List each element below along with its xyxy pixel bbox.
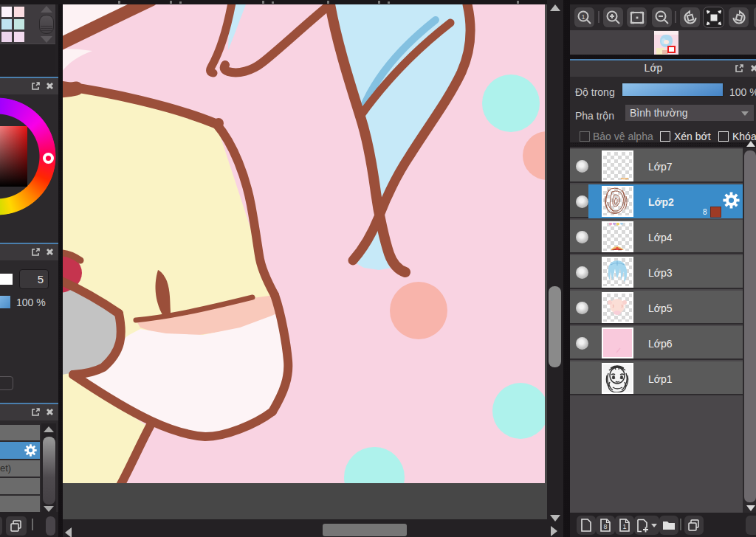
svg-text:8: 8 — [603, 523, 607, 530]
svg-text:1: 1 — [581, 13, 585, 20]
svg-text:1: 1 — [622, 523, 626, 530]
